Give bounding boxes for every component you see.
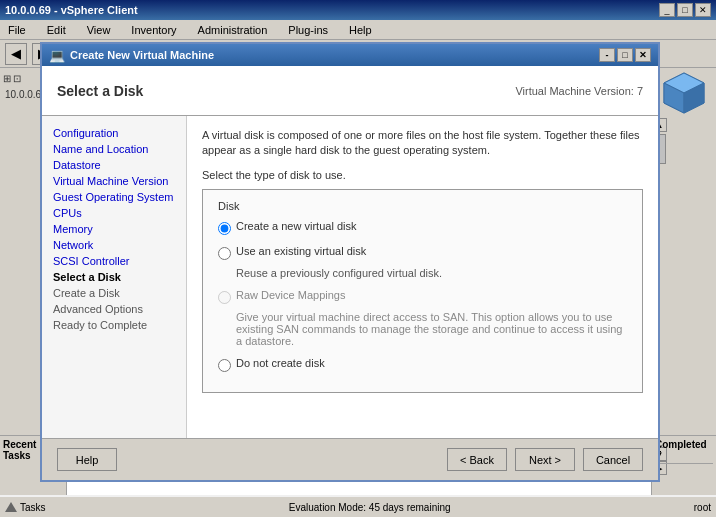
radio-raw-device — [218, 291, 231, 304]
dialog-vm-icon: 💻 — [49, 48, 65, 63]
step-cpus[interactable]: CPUs — [50, 206, 178, 220]
minimize-button[interactable]: _ — [659, 3, 675, 17]
step-guest-os[interactable]: Guest Operating System — [50, 190, 178, 204]
tasks-triangle-icon — [5, 502, 17, 512]
maximize-button[interactable]: □ — [677, 3, 693, 17]
radio-create-new[interactable] — [218, 222, 231, 235]
step-scsi[interactable]: SCSI Controller — [50, 254, 178, 268]
step-memory[interactable]: Memory — [50, 222, 178, 236]
steps-sidebar: Configuration Name and Location Datastor… — [42, 116, 187, 438]
create-vm-dialog: 💻 Create New Virtual Machine - □ ✕ Selec… — [40, 42, 660, 482]
label-no-disk[interactable]: Do not create disk — [236, 357, 325, 369]
title-bar-buttons[interactable]: _ □ ✕ — [659, 3, 711, 17]
tasks-label: Tasks — [20, 502, 46, 513]
completed-header: Completed T — [655, 439, 713, 464]
dialog-content: A virtual disk is composed of one or mor… — [187, 116, 658, 438]
step-advanced-options: Advanced Options — [50, 302, 178, 316]
radio-no-disk[interactable] — [218, 359, 231, 372]
content-select-label: Select the type of disk to use. — [202, 169, 643, 181]
dialog-header: Select a Disk Virtual Machine Version: 7 — [42, 66, 658, 116]
right-panel: ▲ ▼ ▶ — [651, 68, 716, 475]
vsphere-logo-icon — [659, 68, 709, 118]
step-create-disk: Create a Disk — [50, 286, 178, 300]
radio-option-raw: Raw Device Mappings Give your virtual ma… — [218, 289, 627, 347]
menu-help[interactable]: Help — [346, 23, 375, 37]
disk-group-box: Disk Create a new virtual disk Use an ex… — [202, 189, 643, 393]
step-name-location[interactable]: Name and Location — [50, 142, 178, 156]
app-title: 10.0.0.69 - vSphere Client — [5, 4, 138, 16]
status-bar: Tasks Evaluation Mode: 45 days remaining… — [0, 495, 716, 517]
dialog-maximize-button[interactable]: □ — [617, 48, 633, 62]
sublabel-raw-device: Give your virtual machine direct access … — [236, 311, 627, 347]
footer-left: Help — [57, 448, 117, 471]
dialog-header-title: Select a Disk — [57, 83, 143, 99]
content-description: A virtual disk is composed of one or mor… — [202, 128, 643, 159]
sublabel-use-existing: Reuse a previously configured virtual di… — [236, 267, 442, 279]
completed-column: Completed T — [651, 436, 716, 495]
radio-option-none: Do not create disk — [218, 357, 627, 372]
step-ready: Ready to Complete — [50, 318, 178, 332]
back-toolbar-button[interactable]: ◀ — [5, 43, 27, 65]
title-bar: 10.0.0.69 - vSphere Client _ □ ✕ — [0, 0, 716, 20]
menu-edit[interactable]: Edit — [44, 23, 69, 37]
radio-use-existing[interactable] — [218, 247, 231, 260]
disk-group-legend: Disk — [218, 200, 627, 212]
step-vm-version[interactable]: Virtual Machine Version — [50, 174, 178, 188]
footer-right: < Back Next > Cancel — [447, 448, 643, 471]
menu-file[interactable]: File — [5, 23, 29, 37]
dialog-footer: Help < Back Next > Cancel — [42, 438, 658, 480]
menu-view[interactable]: View — [84, 23, 114, 37]
step-configuration[interactable]: Configuration — [50, 126, 178, 140]
user-label: root — [694, 502, 711, 513]
step-datastore[interactable]: Datastore — [50, 158, 178, 172]
dialog-title-text: Create New Virtual Machine — [70, 49, 214, 61]
cancel-button[interactable]: Cancel — [583, 448, 643, 471]
close-button[interactable]: ✕ — [695, 3, 711, 17]
dialog-header-version: Virtual Machine Version: 7 — [515, 85, 643, 97]
dialog-close-button[interactable]: ✕ — [635, 48, 651, 62]
menu-bar: File Edit View Inventory Administration … — [0, 20, 716, 40]
label-raw-device: Raw Device Mappings — [236, 289, 345, 301]
dialog-title-bar: 💻 Create New Virtual Machine - □ ✕ — [42, 44, 658, 66]
dialog-minimize-button[interactable]: - — [599, 48, 615, 62]
dialog-body: Configuration Name and Location Datastor… — [42, 116, 658, 438]
label-create-new[interactable]: Create a new virtual disk — [236, 220, 356, 232]
radio-option-new: Create a new virtual disk — [218, 220, 627, 235]
tasks-status[interactable]: Tasks — [5, 502, 46, 513]
step-network[interactable]: Network — [50, 238, 178, 252]
eval-mode-text: Evaluation Mode: 45 days remaining — [56, 502, 684, 513]
menu-administration[interactable]: Administration — [195, 23, 271, 37]
menu-inventory[interactable]: Inventory — [128, 23, 179, 37]
help-button[interactable]: Help — [57, 448, 117, 471]
right-panel-top — [652, 68, 716, 118]
dialog-title-buttons[interactable]: - □ ✕ — [599, 48, 651, 62]
label-use-existing[interactable]: Use an existing virtual disk — [236, 245, 366, 257]
step-select-disk[interactable]: Select a Disk — [50, 270, 178, 284]
next-button[interactable]: Next > — [515, 448, 575, 471]
back-button[interactable]: < Back — [447, 448, 507, 471]
menu-plugins[interactable]: Plug-ins — [285, 23, 331, 37]
radio-option-existing: Use an existing virtual disk Reuse a pre… — [218, 245, 627, 279]
